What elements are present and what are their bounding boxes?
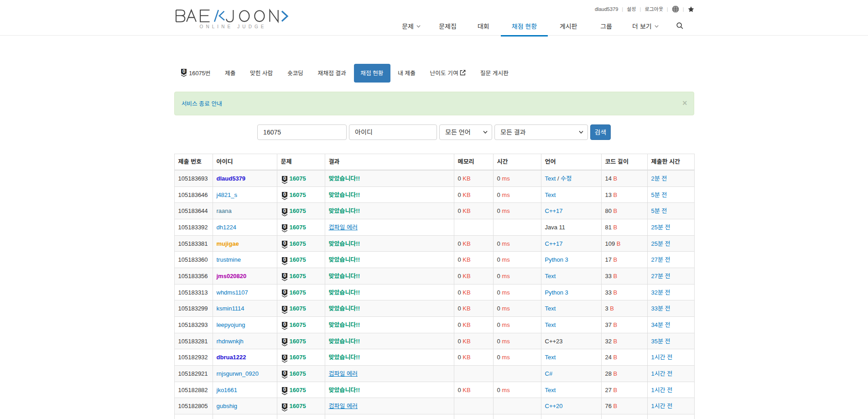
- svg-text:0: 0: [283, 371, 286, 376]
- svg-text:0: 0: [283, 176, 286, 181]
- svg-text:0: 0: [283, 338, 286, 343]
- svg-text:0: 0: [283, 322, 286, 327]
- svg-text:0: 0: [283, 306, 286, 311]
- svg-text:0: 0: [283, 355, 286, 360]
- svg-text:0: 0: [283, 241, 286, 246]
- svg-text:0: 0: [283, 403, 286, 409]
- svg-text:0: 0: [283, 257, 286, 262]
- svg-text:0: 0: [182, 69, 185, 74]
- svg-text:0: 0: [283, 208, 286, 213]
- svg-text:0: 0: [283, 387, 286, 392]
- svg-text:0: 0: [283, 192, 286, 197]
- svg-text:0: 0: [283, 224, 286, 229]
- svg-text:0: 0: [283, 273, 286, 278]
- svg-text:0: 0: [283, 290, 286, 295]
